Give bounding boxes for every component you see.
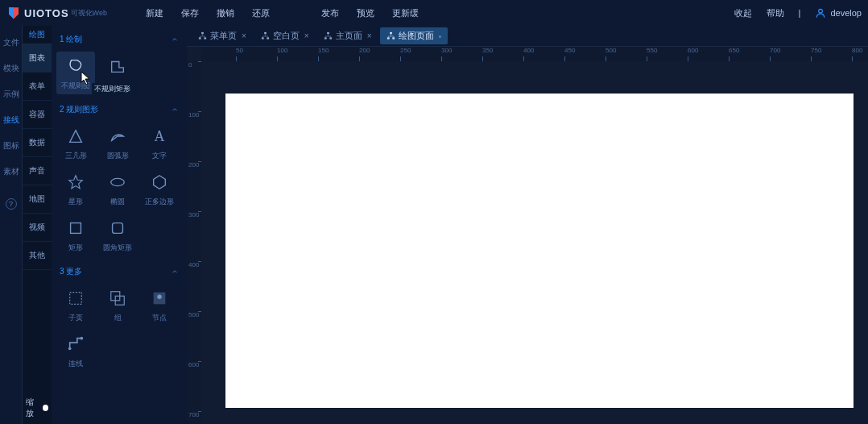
close-icon[interactable]: × xyxy=(367,31,372,40)
canvas-paper[interactable] xyxy=(225,94,854,408)
section-2-header[interactable]: 2 规则图形 xyxy=(52,101,187,118)
sitemap-icon xyxy=(324,31,333,40)
ellipse-icon xyxy=(106,171,129,193)
cat-data[interactable]: 数据 xyxy=(23,129,52,157)
leftbar-module[interactable]: 模块 xyxy=(3,63,19,74)
svg-point-0 xyxy=(819,9,823,13)
user-name: develop xyxy=(830,8,862,18)
section-1-title: 1 绘制 xyxy=(60,34,82,45)
leftbar-asset[interactable]: 素材 xyxy=(3,166,19,177)
tool-group[interactable]: 组 xyxy=(98,284,137,326)
tool-text[interactable]: A 文字 xyxy=(140,122,179,164)
triangle-icon xyxy=(64,125,87,148)
chevron-up-icon xyxy=(171,268,179,276)
rect-icon xyxy=(64,217,87,239)
svg-rect-15 xyxy=(262,37,264,39)
canvas-area[interactable] xyxy=(201,61,868,424)
irregular-icon xyxy=(64,55,87,77)
svg-rect-21 xyxy=(386,37,389,39)
leftbar-help[interactable]: ? xyxy=(6,198,17,210)
cat-audio[interactable]: 声音 xyxy=(23,157,52,185)
tool-node[interactable]: 节点 xyxy=(140,284,179,326)
page-tabs: 菜单页× 空白页× 主页面× 绘图页面• xyxy=(187,26,868,47)
logo-icon xyxy=(6,6,21,20)
leftbar-example[interactable]: 示例 xyxy=(3,89,19,100)
chevron-up-icon xyxy=(171,35,179,44)
tab-main-page[interactable]: 主页面× xyxy=(317,27,378,44)
cat-form[interactable]: 表单 xyxy=(23,73,52,101)
tool-ellipse[interactable]: 椭圆 xyxy=(98,168,137,210)
user-icon xyxy=(815,7,826,19)
svg-rect-13 xyxy=(204,37,206,39)
tool-edge[interactable]: 连线 xyxy=(56,330,95,372)
edge-icon xyxy=(64,333,87,355)
svg-rect-18 xyxy=(324,37,327,39)
menu-redo[interactable]: 还原 xyxy=(252,7,270,19)
svg-point-10 xyxy=(81,337,84,340)
leftbar-file[interactable]: 文件 xyxy=(3,37,19,48)
category-column: 组件 绘图 图表 表单 容器 数据 声音 地图 视频 其他 缩放 xyxy=(23,26,52,424)
menu-publish[interactable]: 发布 xyxy=(321,7,339,19)
tool-arc[interactable]: 圆弧形 xyxy=(98,122,137,164)
cat-map[interactable]: 地图 xyxy=(23,185,52,214)
close-icon[interactable]: × xyxy=(304,31,309,40)
menu-save[interactable]: 保存 xyxy=(181,7,199,19)
tool-irregular-label: 不规则图 xyxy=(61,81,90,91)
tab-menu-page[interactable]: 菜单页× xyxy=(192,27,253,44)
tab-draw[interactable]: 绘图 xyxy=(29,29,45,40)
cat-other[interactable]: 其他 xyxy=(23,242,52,270)
svg-point-1 xyxy=(111,178,125,185)
sitemap-icon xyxy=(198,31,207,40)
menu-refresh[interactable]: 更新缓 xyxy=(392,7,419,19)
section-3-grid: 子页 组 节点 连线 xyxy=(52,281,187,379)
user-menu[interactable]: develop xyxy=(815,7,862,19)
ruler-vertical[interactable]: 0100200300400500600700 xyxy=(187,61,201,424)
ruler-horizontal[interactable]: 0501001502002503003504004505005506006507… xyxy=(201,47,868,61)
scale-control[interactable]: 缩放 xyxy=(23,392,52,424)
help-button[interactable]: 帮助 xyxy=(767,7,784,19)
leftbar-wire[interactable]: 接线 xyxy=(3,114,19,126)
cat-container[interactable]: 容器 xyxy=(23,101,52,129)
svg-rect-20 xyxy=(390,32,392,34)
tab-draw-page[interactable]: 绘图页面• xyxy=(380,27,448,44)
sitemap-icon xyxy=(386,31,395,40)
cat-video[interactable]: 视频 xyxy=(23,214,52,242)
svg-point-8 xyxy=(157,294,162,299)
tool-roundrect[interactable]: 圆角矩形 xyxy=(98,214,137,256)
collapse-button[interactable]: 收起 xyxy=(734,7,752,19)
canvas-column: 菜单页× 空白页× 主页面× 绘图页面• 0501001502002503003… xyxy=(187,26,868,424)
tool-subpage[interactable]: 子页 xyxy=(56,284,95,326)
tool-polygon[interactable]: 正多边形 xyxy=(140,168,179,210)
roundrect-icon xyxy=(106,217,129,239)
svg-rect-17 xyxy=(327,32,329,34)
svg-rect-4 xyxy=(70,293,82,305)
tool-triangle[interactable]: 三几形 xyxy=(56,122,95,164)
tool-irregular[interactable]: 不规则图 xyxy=(56,52,95,94)
svg-rect-12 xyxy=(199,37,201,39)
section-3-header[interactable]: 3 更多 xyxy=(52,263,187,281)
arc-icon xyxy=(106,125,129,148)
svg-rect-14 xyxy=(264,32,267,34)
menu-new[interactable]: 新建 xyxy=(146,7,163,19)
topbar-right: 收起 帮助 | develop xyxy=(734,7,862,19)
palette-top-tabs: 组件 绘图 xyxy=(23,26,52,44)
menu-preview[interactable]: 预览 xyxy=(357,7,374,19)
tool-star[interactable]: 星形 xyxy=(56,168,95,210)
svg-rect-11 xyxy=(201,32,204,34)
menu-undo[interactable]: 撤销 xyxy=(217,7,234,19)
modified-dot-icon: • xyxy=(439,31,442,41)
tool-rect[interactable]: 矩形 xyxy=(56,214,95,256)
tab-blank-page[interactable]: 空白页× xyxy=(254,27,316,44)
text-icon: A xyxy=(148,125,171,148)
section-1-header[interactable]: 1 绘制 xyxy=(52,31,187,48)
close-icon[interactable]: × xyxy=(242,31,246,40)
section-2-title: 2 规则图形 xyxy=(60,104,98,115)
leftbar-icon[interactable]: 图标 xyxy=(3,140,19,152)
cat-chart[interactable]: 图表 xyxy=(23,44,52,73)
divider: | xyxy=(799,8,801,18)
logo-sub: 可视化Web xyxy=(71,8,107,19)
node-icon xyxy=(148,287,171,310)
svg-rect-22 xyxy=(392,37,395,39)
polygon-icon xyxy=(148,171,171,193)
scale-slider-thumb[interactable] xyxy=(43,405,48,411)
